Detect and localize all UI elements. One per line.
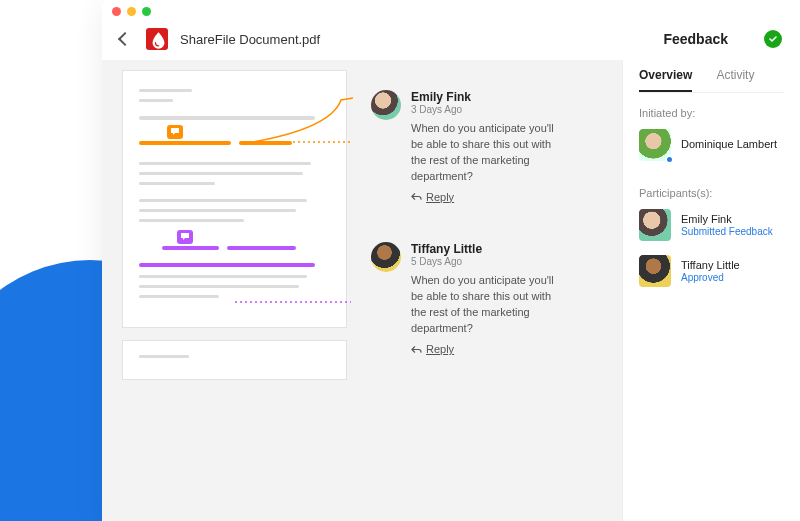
reply-label: Reply (426, 343, 454, 355)
approved-badge-icon (764, 30, 782, 48)
comment-time: 5 Days Ago (411, 256, 561, 267)
app-window: ShareFile Document.pdf Feedback (102, 0, 800, 521)
comment-marker-icon[interactable] (177, 230, 193, 244)
participants-label: Participants(s): (639, 187, 784, 199)
avatar (639, 209, 671, 241)
reply-icon (411, 344, 422, 355)
person-name: Emily Fink (681, 213, 773, 226)
person-name: Tiffany Little (681, 259, 740, 272)
document-page (122, 70, 347, 328)
reply-button[interactable]: Reply (411, 191, 454, 203)
initiator-row: Dominique Lambert (639, 129, 784, 161)
avatar (371, 242, 401, 272)
pdf-icon (146, 28, 168, 50)
avatar (639, 129, 671, 161)
window-close-dot[interactable] (112, 7, 121, 16)
reply-icon (411, 191, 422, 202)
sidebar-tabs: Overview Activity (639, 60, 784, 93)
comment-item: Tiffany Little 5 Days Ago When do you an… (371, 242, 610, 356)
person-name: Dominique Lambert (681, 138, 777, 151)
comment-author: Tiffany Little (411, 242, 561, 256)
participant-row: Emily Fink Submitted Feedback (639, 209, 784, 241)
reply-button[interactable]: Reply (411, 343, 454, 355)
window-minimize-dot[interactable] (127, 7, 136, 16)
comment-time: 3 Days Ago (411, 104, 561, 115)
initiated-by-label: Initiated by: (639, 107, 784, 119)
header-bar: ShareFile Document.pdf Feedback (102, 22, 800, 60)
window-titlebar (102, 0, 800, 22)
comment-text: When do you anticipate you'll be able to… (411, 121, 561, 185)
reply-label: Reply (426, 191, 454, 203)
tab-overview[interactable]: Overview (639, 60, 692, 92)
status-dot-icon (665, 155, 674, 164)
comment-marker-icon[interactable] (167, 125, 183, 139)
comment-item: Emily Fink 3 Days Ago When do you antici… (371, 90, 610, 204)
participant-row: Tiffany Little Approved (639, 255, 784, 287)
window-zoom-dot[interactable] (142, 7, 151, 16)
feedback-heading: Feedback (663, 31, 728, 47)
avatar (371, 90, 401, 120)
comment-text: When do you anticipate you'll be able to… (411, 273, 561, 337)
feedback-sidebar: Overview Activity Initiated by: Dominiqu… (622, 60, 800, 521)
person-status: Approved (681, 272, 740, 283)
avatar (639, 255, 671, 287)
document-title: ShareFile Document.pdf (180, 32, 651, 47)
document-preview[interactable] (122, 70, 347, 521)
tab-activity[interactable]: Activity (716, 60, 754, 92)
person-status: Submitted Feedback (681, 226, 773, 237)
comment-author: Emily Fink (411, 90, 561, 104)
comments-column: Emily Fink 3 Days Ago When do you antici… (347, 70, 622, 521)
main-area: Emily Fink 3 Days Ago When do you antici… (102, 60, 622, 521)
back-button[interactable] (118, 32, 132, 46)
document-page (122, 340, 347, 380)
